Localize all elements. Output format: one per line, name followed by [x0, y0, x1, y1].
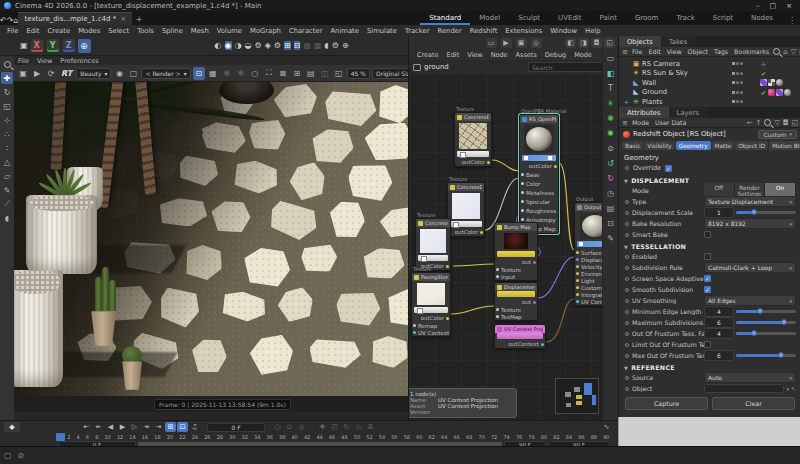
autokeying-icon[interactable]: ⊙ [284, 422, 295, 432]
faded-tool-2-icon[interactable]: ▩ [314, 41, 322, 50]
add-tab-button[interactable]: + [132, 13, 146, 25]
value-field-max-out-of-frustum-tess-subdivs[interactable]: 6 [704, 350, 734, 361]
port-integrator[interactable]: Integrator [575, 291, 603, 298]
menu-view[interactable]: View [664, 48, 685, 55]
snap-grid-icon[interactable]: ⊞ [284, 41, 291, 50]
preset-dropdown[interactable]: Custom▾ [758, 130, 797, 139]
anim-dot-icon[interactable] [625, 299, 629, 303]
workspace-tab-nodes[interactable]: Nodes [742, 11, 782, 25]
new-window-icon[interactable]: ◱ [791, 119, 798, 127]
port-dot-icon[interactable] [521, 218, 524, 221]
checkbox-enabled[interactable] [704, 253, 711, 260]
node-enable-bar[interactable] [497, 291, 535, 297]
workplane-icon[interactable]: ▱ [1, 170, 13, 182]
keyframe-selection-icon[interactable]: ◎ [296, 422, 307, 432]
checker-tag-icon[interactable] [768, 79, 775, 86]
menu-view[interactable]: View [37, 57, 52, 65]
visibility-toggles[interactable] [732, 62, 758, 65]
menu-object[interactable]: Object [685, 48, 712, 55]
menu-tracker[interactable]: Tracker [401, 27, 434, 35]
snap-grid-2-icon[interactable]: ⊟ [294, 41, 301, 50]
anim-dot-icon[interactable] [625, 310, 629, 314]
play-mode-icon[interactable]: ⊞ [165, 422, 176, 432]
checkbox-screen-space-adaptive[interactable]: ✓ [704, 275, 711, 282]
port-dot-icon[interactable] [496, 315, 499, 318]
asset-burst-icon[interactable]: ✺ [605, 127, 617, 139]
viewport-search-icon[interactable] [1, 58, 13, 70]
play-forwards-icon[interactable]: ▶ [117, 422, 128, 432]
port-environment[interactable]: Environment [575, 270, 603, 277]
node-texture-pavingstone[interactable]: Texture PavingStoneVB_BK.PN... outColor … [411, 272, 451, 337]
menu-file[interactable]: File [18, 57, 29, 65]
play-preview-icon[interactable]: ▶ [501, 38, 512, 48]
node-displacement[interactable]: Displacement out TextureTexMap [494, 282, 538, 321]
menu-modes[interactable]: Modes [74, 27, 104, 35]
override-checkbox[interactable]: ✓ [665, 165, 672, 172]
reference-section-header[interactable]: ▼REFERENCE [619, 361, 800, 372]
home-icon[interactable]: ⌂ [783, 48, 787, 56]
tab-attributes[interactable]: Attributes [619, 107, 669, 118]
attr-tab-matte[interactable]: Matte [712, 141, 735, 150]
slider-max-out-of-frustum-tess-subdivs[interactable] [736, 354, 796, 357]
clock-icon[interactable]: ◷ [605, 187, 617, 199]
snapshot-list-icon[interactable]: ▤ [305, 67, 317, 80]
uv-tag-icon[interactable] [760, 79, 767, 86]
lock-icon[interactable]: ◘ [591, 38, 602, 48]
port-dot-icon[interactable] [576, 293, 579, 296]
denoise-a-icon[interactable]: ✻ [221, 67, 233, 80]
menu-tools[interactable]: Tools [133, 27, 158, 35]
anim-dot-icon[interactable] [625, 288, 629, 292]
checkbox-smart-bake[interactable] [704, 231, 711, 238]
expand-icon[interactable]: ⛶ [263, 67, 275, 80]
attr-tab-geometry[interactable]: Geometry [676, 141, 711, 150]
port-dot-icon[interactable] [521, 209, 524, 212]
monitor-node-icon[interactable]: ⊡ [605, 217, 617, 229]
workspace-tab-script[interactable]: Script [704, 11, 742, 25]
close-button[interactable]: × [786, 2, 792, 10]
menu-render[interactable]: Render [434, 27, 466, 35]
node-graph[interactable]: Texture ConcreteDIRT4_BK.PN... outColor … [409, 74, 603, 420]
sync-teal-icon[interactable]: ↺ [605, 157, 617, 169]
undo-icon[interactable]: ↶ [0, 16, 7, 25]
capture-button[interactable]: Capture [625, 397, 708, 410]
slider-out-of-frustum-tess-factor[interactable] [736, 332, 796, 335]
workspace-tab-paint[interactable]: Paint [591, 11, 626, 25]
snap-polygon-icon[interactable]: △ [1, 156, 13, 168]
add-circle-icon[interactable]: ⊕ [342, 41, 349, 50]
panel-menu-icon[interactable]: ≡ [622, 119, 628, 127]
save-image-icon[interactable]: ▣ [17, 67, 29, 80]
menu-edit[interactable]: Edit [645, 48, 663, 55]
port-texture[interactable]: Texture [495, 306, 537, 313]
document-tab-close-icon[interactable]: × [120, 15, 126, 23]
menu-spline[interactable]: Spline [158, 27, 187, 35]
value-field-out-of-frustum-tess-factor[interactable]: 4 [704, 328, 734, 339]
anim-dot-icon[interactable] [625, 376, 629, 380]
anim-dot-icon[interactable] [625, 255, 629, 259]
port-displacement[interactable]: Displacement [575, 256, 603, 263]
asset-flower-icon[interactable]: ❋ [605, 112, 617, 124]
dropdown-source[interactable]: Auto▾ [704, 372, 796, 383]
port-dot-icon[interactable] [576, 265, 579, 268]
dropdown-uv-smoothing[interactable]: All Edges▾ [704, 295, 796, 306]
input-object[interactable] [704, 384, 784, 393]
scale-icon[interactable]: ◱ [1, 100, 13, 112]
node-enable-bar[interactable] [497, 251, 535, 257]
menu-preferences[interactable]: Preferences [60, 57, 98, 65]
team-render-icon[interactable]: ◒ [245, 41, 252, 50]
clear-button[interactable]: Clear [712, 397, 795, 410]
next-frame-icon[interactable]: ▷ [129, 422, 140, 432]
port-dot-icon[interactable] [496, 268, 499, 271]
port-dot-icon[interactable] [521, 200, 524, 203]
pick-object-icon[interactable]: ↖ [791, 385, 796, 392]
anim-dot-icon[interactable] [625, 211, 629, 215]
crop-icon[interactable]: ▢ [127, 67, 139, 80]
record-point-level-icon[interactable]: ≣ [365, 422, 376, 432]
zoom-percent-field[interactable]: 45 % [347, 68, 370, 79]
workspace-tab-sculpt[interactable]: Sculpt [509, 11, 549, 25]
slider-displacement-scale[interactable] [736, 211, 796, 214]
port-dot-icon[interactable] [413, 331, 416, 334]
port-dot-icon[interactable] [521, 173, 524, 176]
expander-icon[interactable]: + [623, 98, 630, 105]
value-field-minimum-edge-length[interactable]: 4 [704, 306, 734, 317]
slider-knob[interactable] [757, 308, 763, 314]
